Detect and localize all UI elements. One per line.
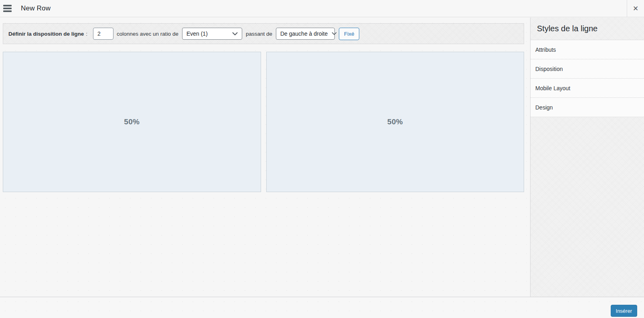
ratio-prefix-label: colonnes avec un ratio de: [117, 31, 178, 37]
ratio-selected-value: Even (1): [186, 30, 208, 37]
hamburger-menu-icon[interactable]: [3, 5, 12, 12]
insert-button[interactable]: Insérer: [611, 305, 637, 317]
fixed-ratio-toggle-button[interactable]: Fixé: [339, 28, 360, 40]
direction-prefix-label: passant de: [246, 31, 272, 37]
titlebar-right-section: ✕: [627, 0, 644, 17]
column-preview-2[interactable]: 50%: [266, 52, 525, 192]
row-layout-label: Définir la disposition de ligne: [8, 31, 84, 37]
sidebar-item-mobile-layout[interactable]: Mobile Layout: [531, 79, 644, 98]
sidebar-title: Styles de la ligne: [531, 18, 644, 40]
column-preview-1[interactable]: 50%: [3, 52, 261, 192]
row-styles-sidebar: Styles de la ligne Attributs Disposition…: [530, 18, 644, 297]
row-builder-main: Définir la disposition de ligne : colonn…: [0, 18, 530, 297]
direction-selected-value: De gauche à droite: [280, 30, 328, 37]
row-layout-toolbar: Définir la disposition de ligne : colonn…: [3, 23, 524, 44]
row-layout-label-separator: :: [86, 31, 87, 37]
close-icon[interactable]: ✕: [627, 0, 644, 17]
dialog-title: New Row: [21, 4, 51, 12]
row-columns-preview: 50% 50%: [3, 52, 524, 192]
chevron-down-icon: [232, 32, 238, 36]
column-width-label: 50%: [124, 117, 140, 126]
columns-count-input[interactable]: [93, 28, 113, 40]
sidebar-item-design[interactable]: Design: [531, 98, 644, 117]
dialog-titlebar: New Row ✕: [0, 0, 644, 17]
ratio-select[interactable]: Even (1): [182, 28, 242, 40]
sidebar-item-attributs[interactable]: Attributs: [531, 40, 644, 59]
dialog-footer: Insérer: [0, 297, 644, 318]
direction-select[interactable]: De gauche à droite: [276, 28, 335, 40]
column-width-label: 50%: [387, 117, 403, 126]
sidebar-item-disposition[interactable]: Disposition: [531, 59, 644, 79]
chevron-down-icon: [332, 32, 337, 35]
